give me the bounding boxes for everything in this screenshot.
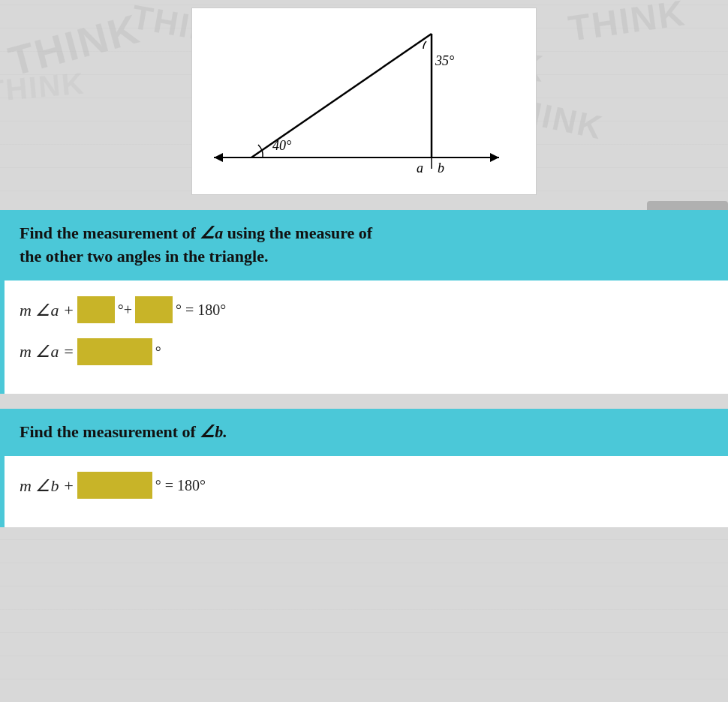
- question-2-header: Find the measurement of ∠b.: [5, 409, 728, 456]
- question-2-section: Find the measurement of ∠b. m ∠b + ° = 1…: [0, 409, 728, 527]
- section-gap: [0, 394, 728, 403]
- q1-eq2-prefix: m ∠a =: [20, 337, 74, 367]
- diagram-container: 35° 40° a b: [0, 0, 728, 210]
- q1-eq1-prefix: m ∠a +: [20, 296, 74, 326]
- label-a: a: [417, 160, 423, 176]
- q1-input-box-2[interactable]: [135, 296, 173, 323]
- q2-input-box-1[interactable]: [77, 472, 152, 499]
- svg-marker-4: [214, 153, 223, 162]
- q1-answer-box[interactable]: [77, 338, 152, 365]
- q1-angle-a-label: ∠a: [200, 224, 223, 242]
- q2-eq1-prefix: m ∠b +: [20, 471, 74, 501]
- geometry-diagram: 35° 40° a b: [206, 19, 522, 184]
- question-1-section: Find the measurement of ∠a using the mea…: [0, 210, 728, 394]
- q2-angle-b-label: ∠b.: [200, 422, 227, 441]
- q1-header-text-prefix: Find the measurement of: [20, 224, 200, 242]
- q1-equation-row-1: m ∠a + °+ ° = 180°: [20, 296, 713, 326]
- q2-header-text-prefix: Find the measurement of: [20, 422, 200, 441]
- label-b: b: [438, 160, 444, 176]
- q2-degree-1: ° = 180°: [155, 472, 206, 499]
- question-2-body: m ∠b + ° = 180°: [5, 456, 728, 528]
- q1-degree-2: ° = 180°: [176, 296, 226, 323]
- svg-marker-5: [490, 153, 499, 162]
- q1-equation-row-2: m ∠a = °: [20, 337, 713, 367]
- question-1-header: Find the measurement of ∠a using the mea…: [5, 210, 728, 280]
- q2-equation-row-1: m ∠b + ° = 180°: [20, 471, 713, 501]
- q1-input-box-1[interactable]: [77, 296, 115, 323]
- angle-40-label: 40°: [272, 138, 291, 153]
- question-1-body: m ∠a + °+ ° = 180° m ∠a = °: [5, 280, 728, 394]
- q1-degree-1: °+: [118, 296, 132, 323]
- diagram-box: 35° 40° a b: [191, 8, 537, 195]
- angle-35-label: 35°: [435, 53, 454, 68]
- q1-degree-answer: °: [155, 338, 161, 365]
